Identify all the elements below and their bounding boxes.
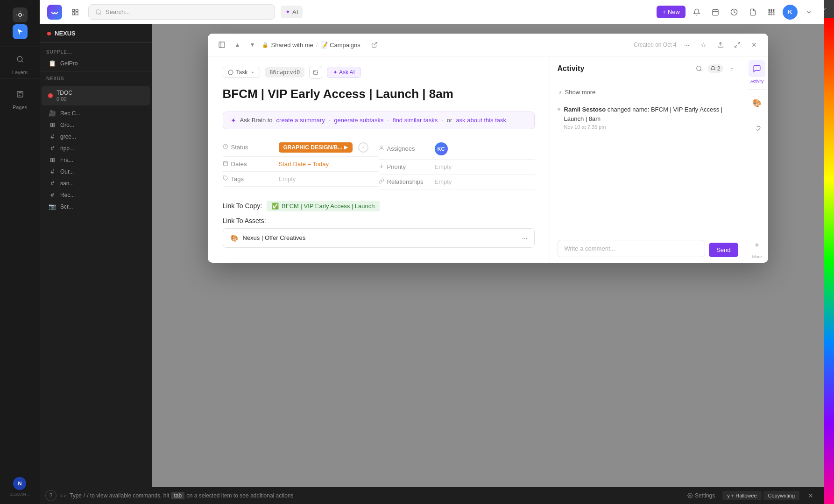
tags-label-text: Tags — [231, 175, 244, 182]
taskbar-pill-copywriting[interactable]: Copywriting — [763, 491, 799, 500]
activity-notification-badge[interactable]: 2 — [707, 64, 723, 73]
tags-field-value[interactable]: Empty — [279, 175, 296, 182]
right-sidebar-figma-btn[interactable]: 🎨 — [749, 94, 765, 111]
rec-label: Rec C... — [60, 110, 143, 117]
status-badge[interactable]: GRAPHIC DESIGN/B... ▶ — [279, 142, 353, 153]
settings-btn[interactable]: Settings — [687, 492, 715, 499]
status-field-row: Status GRAPHIC DESIGN/B... ▶ — [223, 139, 379, 157]
suffix-text: on a selected item to see additional act… — [186, 492, 293, 499]
taskbar-items: y + Hallowee Copywriting — [722, 491, 799, 500]
activity-author: Ramil Sestoso — [564, 106, 606, 113]
right-sidebar-more-btn[interactable] — [749, 237, 765, 253]
nav-fra[interactable]: ⊞ Fra... — [42, 154, 150, 166]
task-image-btn[interactable] — [309, 66, 322, 79]
home-icon[interactable] — [13, 7, 28, 22]
left-nav-panel: NEXUS SUPPLE... 📋 GelPro NEXUS — [40, 53, 152, 487]
activity-entry: Ramil Sestoso changed name: BFCM | VIP E… — [558, 105, 738, 130]
pages-icon[interactable] — [11, 85, 29, 104]
svg-point-0 — [19, 14, 21, 16]
rec2-icon: # — [48, 191, 57, 198]
dates-field-label: Dates — [223, 161, 279, 168]
send-comment-button[interactable]: Send — [709, 243, 738, 257]
brain-sparkle-icon: ✦ — [231, 117, 236, 124]
task-type-label: Task — [236, 69, 248, 76]
nexus-section-header: NEXUS — [40, 73, 152, 84]
link-to-copy-label: Link To Copy: — [223, 202, 262, 210]
nav-right-icon[interactable]: › — [64, 492, 66, 499]
nav-scr[interactable]: 📷 Scr... — [42, 201, 150, 212]
right-sidebar-links-btn[interactable] — [749, 121, 765, 138]
asset-item[interactable]: 🎨 Nexus | Offer Creatives ··· — [223, 228, 535, 248]
assignees-field-value[interactable]: KC — [435, 142, 448, 155]
nav-gelpro[interactable]: 📋 GelPro — [42, 57, 150, 69]
status-label-text: Status — [231, 144, 248, 151]
recording-time: 0:00 — [57, 96, 72, 102]
assignee-avatar[interactable]: KC — [435, 142, 448, 155]
asset-figma-icon: 🎨 — [230, 233, 239, 243]
task-content-area: Task 86cwpcvd0 ✦ Ask AI — [208, 56, 550, 263]
modal-body: Task 86cwpcvd0 ✦ Ask AI — [208, 56, 768, 263]
brain-ask-about-link[interactable]: ask about this task — [456, 117, 506, 124]
tags-field-row: Tags Empty — [223, 172, 379, 187]
brain-find-similar-link[interactable]: find similar tasks — [393, 117, 438, 124]
asset-more-options-btn[interactable]: ··· — [522, 234, 528, 242]
activity-search-btn[interactable] — [693, 62, 706, 75]
ripp-icon: # — [48, 145, 57, 152]
search-icon[interactable] — [11, 50, 29, 69]
san-icon: # — [48, 180, 57, 187]
status-field-value[interactable]: GRAPHIC DESIGN/B... ▶ ✓ — [279, 142, 369, 153]
priority-field-value[interactable]: Empty — [435, 163, 452, 170]
fra-label: Fra... — [60, 157, 143, 163]
brain-create-summary-link[interactable]: create a summary — [276, 117, 325, 124]
nav-ripp[interactable]: # ripp... — [42, 142, 150, 154]
asset-name-text: Nexus | Offer Creatives — [243, 234, 518, 241]
link-badge-text: BFCM | VIP Early Access | Launch — [282, 203, 375, 210]
cursor-icon[interactable] — [13, 24, 28, 39]
show-more-button[interactable]: Show more — [558, 87, 738, 98]
recording-label: TDOC — [57, 90, 72, 96]
task-toolbar: Task 86cwpcvd0 ✦ Ask AI — [223, 66, 535, 79]
link-to-copy-badge[interactable]: ✅ BFCM | VIP Early Access | Launch — [267, 201, 379, 211]
show-more-label: Show more — [565, 89, 596, 96]
nav-green[interactable]: # gree... — [42, 131, 150, 142]
status-field-label: Status — [223, 144, 279, 151]
dates-field-value[interactable]: Start Date – Today — [279, 161, 329, 168]
svg-point-41 — [697, 66, 701, 70]
dates-value-text: Start Date – — [279, 161, 313, 168]
chevron-right-icon — [558, 90, 563, 95]
brain-dot-2: · — [388, 117, 389, 124]
gelpro-icon: 📋 — [48, 60, 57, 67]
slash-icon: / — [84, 492, 85, 499]
comment-input[interactable]: Write a comment... — [558, 240, 706, 257]
task-type-button[interactable]: Task — [223, 67, 261, 78]
status-check-btn[interactable]: ✓ — [358, 142, 368, 153]
modal-header: ▲ ▼ 🔒 Shared with me / — [208, 53, 768, 56]
user-avatar[interactable]: N — [13, 477, 26, 490]
activity-body: Show more Ramil Sestoso — [550, 81, 746, 234]
status-arrow-icon: ▶ — [344, 145, 348, 150]
help-icon[interactable]: ? — [45, 490, 57, 501]
bottom-bar-path: Type / / to view available commands, hit… — [70, 492, 684, 499]
dates-field-row: Dates Start Date – Today — [223, 157, 379, 172]
ask-ai-button[interactable]: ✦ Ask AI — [327, 67, 361, 78]
brain-dot-3: · — [441, 117, 443, 124]
taskbar-pill-halloween[interactable]: y + Hallowee — [722, 491, 761, 500]
svg-point-39 — [381, 146, 382, 148]
activity-timestamp: Nov 10 at 7:35 pm — [564, 124, 738, 130]
task-title[interactable]: BFCM | VIP Early Access | Launch | 8am — [223, 86, 535, 102]
relationships-field-value[interactable]: Empty — [435, 178, 452, 185]
nav-our[interactable]: # Our... — [42, 166, 150, 177]
nav-groups[interactable]: ⊞ Gro... — [42, 119, 150, 131]
nav-rec-campaigns[interactable]: 🎥 Rec C... — [42, 107, 150, 119]
nav-san[interactable]: # san... — [42, 177, 150, 189]
right-sidebar-activity-btn[interactable] — [749, 60, 765, 77]
link-to-assets-label: Link To Assets: — [223, 217, 266, 224]
nav-rec2[interactable]: # Rec... — [42, 189, 150, 201]
color-swatch[interactable] — [824, 53, 834, 504]
svg-rect-34 — [223, 161, 227, 166]
activity-panel: Activity 2 — [550, 56, 746, 263]
activity-filter-btn[interactable] — [725, 62, 738, 75]
brain-generate-subtasks-link[interactable]: generate subtasks — [334, 117, 383, 124]
notification-dismiss-icon[interactable] — [803, 488, 818, 503]
nav-left-icon[interactable]: ‹ — [60, 492, 62, 499]
